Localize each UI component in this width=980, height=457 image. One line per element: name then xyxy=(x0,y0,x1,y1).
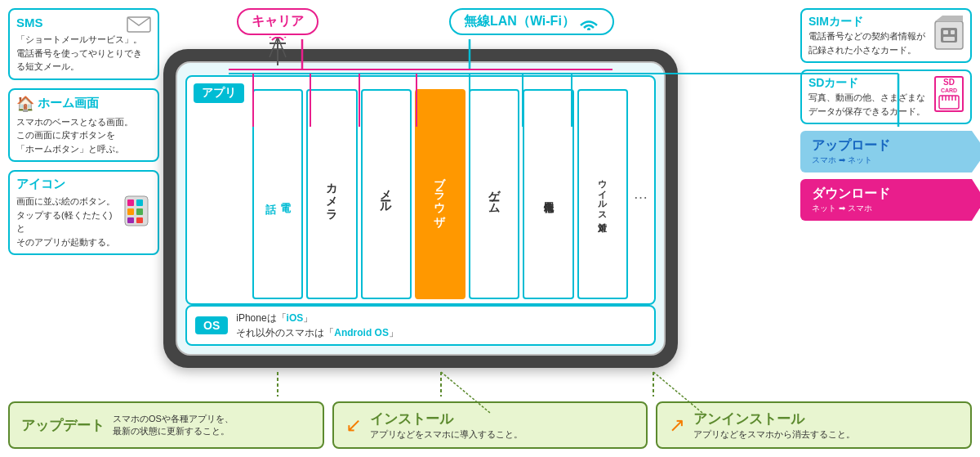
svg-point-31 xyxy=(587,28,590,30)
app-phone: 電話 xyxy=(252,89,303,299)
top-labels: キャリア 無線LAN（Wi-Fi） xyxy=(237,8,614,65)
svg-rect-22 xyxy=(127,208,134,215)
wifi-icon xyxy=(578,14,599,30)
apps-area: アプリ 電話 カメラ メール ブラウザ ゲーム 地図情報 ウイルス対策 … xyxy=(185,75,656,305)
sd-card-box: SDカード 写真、動画の他、さまざまなデータが保存できるカード。 SD CARD xyxy=(800,69,972,124)
upload-sub: スマホ ➡ ネット xyxy=(812,155,947,166)
sd-icon: SD CARD xyxy=(934,76,964,112)
apps-grid: 電話 カメラ メール ブラウザ ゲーム 地図情報 ウイルス対策 … xyxy=(252,89,650,299)
sim-card-box: SIMカード 電話番号などの契約者情報が記録された小さなカード。 xyxy=(800,8,972,63)
sms-box: SMS 「ショートメールサービス」。 電話番号を使ってやりとりでき る短文メール… xyxy=(8,8,159,80)
app-game: ゲーム xyxy=(469,89,519,299)
tower-icon xyxy=(265,37,290,65)
app-dots: … xyxy=(631,89,650,299)
svg-rect-35 xyxy=(943,30,948,34)
sim-icon xyxy=(934,15,964,51)
main-container: SMS 「ショートメールサービス」。 電話番号を使ってやりとりでき る短文メール… xyxy=(0,0,980,457)
install-box: ↙ インストール アプリなどをスマホに導入すること。 xyxy=(332,401,648,449)
install-body: アプリなどをスマホに導入すること。 xyxy=(370,428,523,441)
android-label: Android OS xyxy=(334,327,389,338)
apps-label: アプリ xyxy=(194,83,244,103)
sim-body: 電話番号などの契約者情報が記録された小さなカード。 xyxy=(808,29,929,56)
sms-label: SMS xyxy=(16,16,43,29)
svg-rect-21 xyxy=(136,199,143,206)
svg-line-30 xyxy=(278,37,286,57)
sd-card-lines xyxy=(938,94,960,110)
icon-title: アイコン xyxy=(16,177,151,192)
sd-body: 写真、動画の他、さまざまなデータが保存できるカード。 xyxy=(808,91,929,118)
sim-title: SIMカード xyxy=(808,15,929,29)
svg-rect-24 xyxy=(127,217,134,223)
svg-rect-20 xyxy=(127,199,134,206)
app-mail: メール xyxy=(361,89,412,299)
home-title: 🏠 ホーム画面 xyxy=(16,95,151,113)
svg-rect-23 xyxy=(136,208,143,215)
left-info-boxes: SMS 「ショートメールサービス」。 電話番号を使ってやりとりでき る短文メール… xyxy=(8,8,159,263)
sms-body: 「ショートメールサービス」。 電話番号を使ってやりとりでき る短文メール。 xyxy=(16,33,151,74)
uninstall-body: アプリなどをスマホから消去すること。 xyxy=(693,428,855,441)
right-boxes: SIMカード 電話番号などの契約者情報が記録された小さなカード。 SDカード 写 xyxy=(800,8,972,221)
upload-label: アップロード xyxy=(812,137,947,155)
download-sub: ネット ➡ スマホ xyxy=(812,203,947,214)
home-box: 🏠 ホーム画面 スマホのベースとなる画面。 この画面に戻すボタンを 「ホームボタ… xyxy=(8,88,159,163)
sms-title: SMS xyxy=(16,16,43,29)
smartphone-screen: アプリ 電話 カメラ メール ブラウザ ゲーム 地図情報 ウイルス対策 … OS xyxy=(176,61,666,356)
download-label: ダウンロード xyxy=(812,186,947,203)
update-body: スマホのOSや各種アプリを、最新の状態に更新すること。 xyxy=(113,413,234,437)
os-text: iPhoneは「iOS」 それ以外のスマホは「Android OS」 xyxy=(236,311,399,340)
update-box: アップデート スマホのOSや各種アプリを、最新の状態に更新すること。 xyxy=(8,401,324,449)
install-title: インストール xyxy=(370,410,523,428)
svg-line-29 xyxy=(270,37,278,57)
uninstall-box: ↗ アンインストール アプリなどをスマホから消去すること。 xyxy=(656,401,972,449)
app-camera: カメラ xyxy=(306,89,357,299)
svg-rect-37 xyxy=(943,37,955,41)
os-label: OS xyxy=(195,316,228,334)
update-title: アップデート xyxy=(21,416,105,435)
ios-label: iOS xyxy=(287,312,304,324)
smartphone: アプリ 電話 カメラ メール ブラウザ ゲーム 地図情報 ウイルス対策 … OS xyxy=(163,49,678,368)
svg-rect-36 xyxy=(951,30,955,34)
sim-content: SIMカード 電話番号などの契約者情報が記録された小さなカード。 xyxy=(808,15,929,56)
uninstall-title: アンインストール xyxy=(693,410,855,428)
bottom-boxes: アップデート スマホのOSや各種アプリを、最新の状態に更新すること。 ↙ インス… xyxy=(0,401,980,449)
wifi-label: 無線LAN（Wi-Fi） xyxy=(449,8,614,35)
home-body: スマホのベースとなる画面。 この画面に戻すボタンを 「ホームボタン」と呼ぶ。 xyxy=(16,115,151,156)
phone-apps-icon xyxy=(122,195,151,227)
os-area: OS iPhoneは「iOS」 それ以外のスマホは「Android OS」 xyxy=(185,305,656,346)
upload-box: アップロード スマホ ➡ ネット xyxy=(800,131,972,172)
download-box: ダウンロード ネット ➡ スマホ xyxy=(800,179,972,221)
app-browser: ブラウザ xyxy=(415,89,466,299)
home-icon: 🏠 xyxy=(16,95,34,113)
icon-info-box: アイコン 画面に並ぶ絵のボタン。 タップする(軽くたたく)と そのアプリが起動す… xyxy=(8,170,159,255)
svg-marker-33 xyxy=(935,16,963,21)
app-virus: ウイルス対策 xyxy=(577,89,628,299)
install-arrow-icon: ↙ xyxy=(345,414,362,437)
sd-content: SDカード 写真、動画の他、さまざまなデータが保存できるカード。 xyxy=(808,76,929,118)
uninstall-arrow-icon: ↗ xyxy=(669,414,685,437)
mail-icon xyxy=(127,15,151,33)
carrier-label: キャリア xyxy=(237,8,318,35)
svg-rect-25 xyxy=(136,217,143,223)
icon-body: 画面に並ぶ絵のボタン。 タップする(軽くたたく)と そのアプリが起動する。 xyxy=(16,195,115,249)
app-map: 地図情報 xyxy=(523,89,573,299)
sd-title: SDカード xyxy=(808,76,929,91)
